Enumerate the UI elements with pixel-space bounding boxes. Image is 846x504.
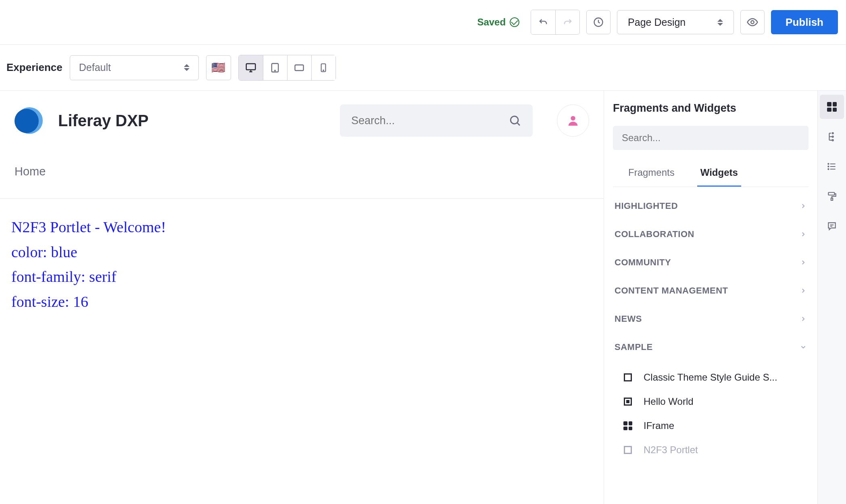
portlet-line: font-family: serif (11, 264, 592, 289)
svg-point-9 (571, 116, 575, 121)
site-logo (15, 105, 46, 136)
svg-rect-17 (831, 198, 833, 200)
undo-button[interactable] (531, 10, 555, 34)
edit-mode-label: Page Design (628, 17, 686, 28)
redo-icon (562, 17, 573, 28)
square-icon (623, 445, 633, 455)
category-news[interactable]: NEWS (613, 305, 808, 333)
widget-n2f3-portlet[interactable]: N2F3 Portlet (621, 438, 808, 462)
svg-point-4 (275, 70, 275, 71)
tab-widgets[interactable]: Widgets (697, 161, 741, 187)
viewport-group (238, 55, 336, 81)
search-icon (508, 114, 521, 127)
flag-icon: 🇺🇸 (211, 61, 225, 74)
nav-link-home[interactable]: Home (15, 165, 46, 178)
rail-browser-button[interactable] (820, 125, 844, 149)
saved-label: Saved (477, 17, 506, 28)
viewport-mobile-button[interactable] (311, 55, 335, 80)
chevron-right-icon (800, 287, 807, 294)
viewport-tablet-landscape-button[interactable] (263, 55, 287, 80)
svg-point-12 (832, 140, 833, 141)
desktop-icon (245, 62, 257, 74)
page-canvas[interactable]: Liferay DXP Home N2F3 Portlet - Welcome!… (0, 91, 604, 504)
chevron-right-icon (800, 259, 807, 266)
category-label: CONTENT MANAGEMENT (615, 285, 728, 296)
select-caret-icon (717, 19, 723, 26)
svg-rect-16 (828, 192, 834, 195)
top-toolbar: Saved Page Design Publish (0, 0, 846, 44)
preview-button[interactable] (740, 10, 765, 34)
sample-widget-list: Classic Theme Style Guide S... Hello Wor… (613, 361, 808, 462)
fragments-widgets-panel: Fragments and Widgets Fragments Widgets … (604, 91, 818, 504)
experience-value: Default (79, 62, 111, 73)
tab-fragments[interactable]: Fragments (625, 161, 678, 187)
rail-fragments-button[interactable] (820, 95, 844, 119)
tree-icon (827, 131, 837, 142)
category-sample[interactable]: SAMPLE (613, 333, 808, 361)
square-center-icon (623, 396, 633, 407)
chevron-right-icon (800, 202, 807, 210)
redo-button[interactable] (555, 10, 579, 34)
category-collaboration[interactable]: COLLABORATION (613, 220, 808, 248)
site-search[interactable] (340, 104, 533, 137)
edit-mode-select[interactable]: Page Design (617, 10, 734, 34)
panel-tabs: Fragments Widgets (613, 161, 808, 187)
rail-page-design-button[interactable] (820, 184, 844, 208)
select-caret-icon (184, 64, 190, 71)
category-label: COMMUNITY (615, 257, 671, 268)
publish-button[interactable]: Publish (771, 10, 838, 34)
svg-point-10 (832, 133, 833, 134)
svg-rect-5 (295, 65, 304, 71)
widget-iframe[interactable]: IFrame (621, 414, 808, 438)
site-header: Liferay DXP (0, 91, 604, 141)
chevron-right-icon (800, 315, 807, 323)
widget-classic-theme[interactable]: Classic Theme Style Guide S... (621, 365, 808, 389)
user-icon (566, 114, 580, 127)
rail-page-contents-button[interactable] (820, 154, 844, 179)
right-rail (818, 91, 846, 504)
list-icon (827, 161, 837, 172)
svg-point-8 (511, 116, 518, 124)
category-label: NEWS (615, 314, 642, 324)
history-button[interactable] (586, 10, 611, 34)
panel-search-input[interactable] (622, 132, 800, 144)
category-highlighted[interactable]: HIGHLIGHTED (613, 192, 808, 220)
n2f3-portlet: N2F3 Portlet - Welcome! color: blue font… (0, 199, 604, 330)
saved-indicator: Saved (477, 17, 519, 28)
widget-hello-world[interactable]: Hello World (621, 389, 808, 414)
svg-point-14 (828, 166, 829, 167)
svg-point-7 (323, 70, 324, 71)
svg-point-15 (828, 169, 829, 169)
user-avatar[interactable] (557, 104, 589, 137)
check-circle-icon (510, 17, 519, 27)
undo-icon (538, 17, 549, 28)
panel-title: Fragments and Widgets (613, 102, 808, 115)
portlet-line: color: blue (11, 240, 592, 265)
eye-icon (746, 16, 758, 28)
viewport-tablet-portrait-button[interactable] (287, 55, 311, 80)
experience-select[interactable]: Default (70, 55, 199, 80)
widget-label: Classic Theme Style Guide S... (644, 372, 777, 383)
viewport-desktop-button[interactable] (239, 55, 263, 80)
square-icon (623, 372, 633, 383)
svg-point-13 (828, 163, 829, 164)
panel-search[interactable] (613, 126, 808, 150)
experience-label: Experience (6, 61, 63, 74)
chevron-right-icon (800, 231, 807, 238)
locale-button[interactable]: 🇺🇸 (206, 55, 231, 80)
site-search-input[interactable] (351, 115, 504, 127)
portlet-line: font-size: 16 (11, 289, 592, 314)
svg-point-1 (751, 21, 754, 24)
category-content-management[interactable]: CONTENT MANAGEMENT (613, 277, 808, 305)
undo-redo-group (531, 10, 580, 35)
svg-rect-2 (246, 64, 256, 70)
site-title: Liferay DXP (58, 112, 149, 130)
category-community[interactable]: COMMUNITY (613, 248, 808, 277)
comment-icon (827, 221, 837, 231)
category-label: COLLABORATION (615, 229, 694, 240)
tablet-icon (269, 62, 281, 73)
paint-roller-icon (827, 191, 837, 202)
rail-comments-button[interactable] (820, 214, 844, 238)
widget-label: IFrame (644, 420, 674, 431)
main-area: Liferay DXP Home N2F3 Portlet - Welcome!… (0, 91, 846, 504)
